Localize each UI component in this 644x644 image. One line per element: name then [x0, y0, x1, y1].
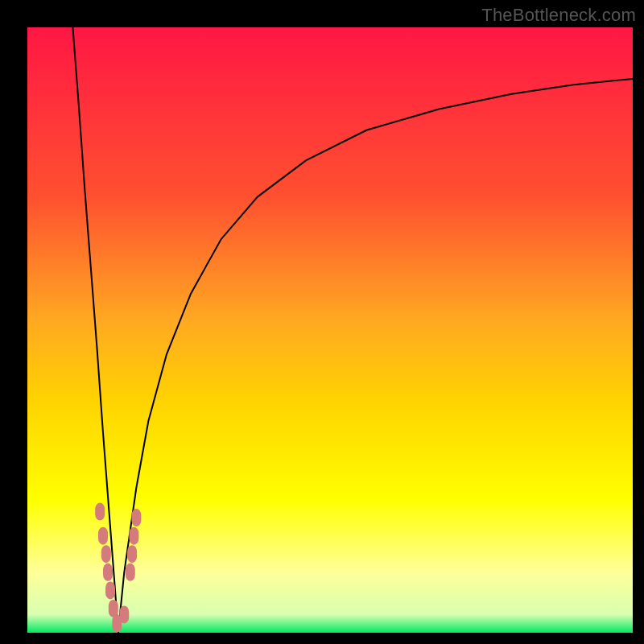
marker-point [101, 545, 111, 563]
marker-point [105, 581, 115, 599]
marker-point [95, 503, 105, 521]
marker-point [129, 527, 138, 545]
marker-point [131, 509, 141, 526]
plot-area [27, 27, 633, 633]
marker-point [98, 527, 108, 545]
gradient-background [27, 27, 633, 633]
marker-point [127, 545, 137, 563]
marker-point [109, 600, 118, 617]
chart-frame: TheBottleneck.com [0, 0, 644, 644]
watermark-text: TheBottleneck.com [481, 5, 636, 26]
plot-svg [27, 27, 633, 633]
marker-point [126, 564, 135, 581]
marker-point [103, 564, 113, 581]
marker-point [119, 605, 129, 623]
